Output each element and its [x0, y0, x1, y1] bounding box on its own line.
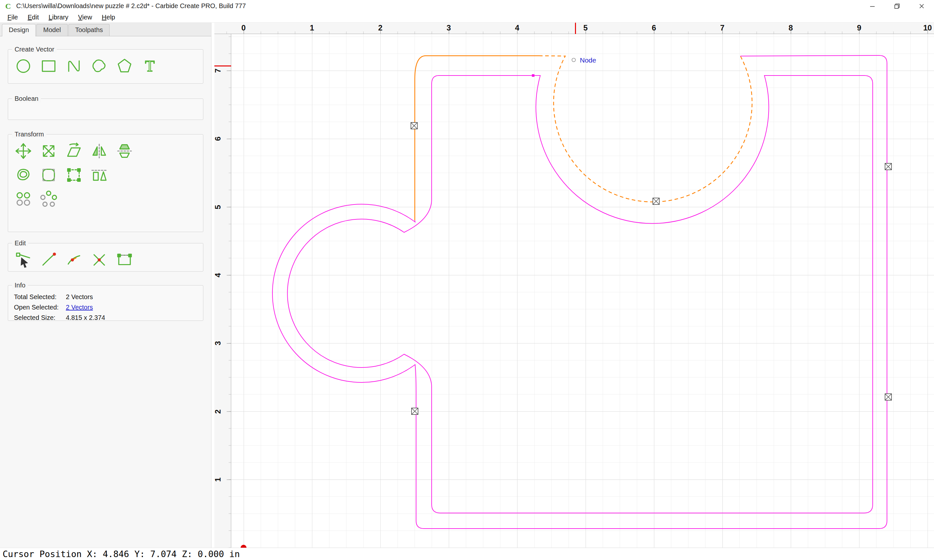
drawing-canvas[interactable]: Node	[231, 34, 934, 548]
close-button[interactable]	[909, 0, 934, 12]
circle-tool[interactable]	[13, 56, 33, 76]
scale-tool[interactable]	[39, 141, 59, 161]
vector-x-marker[interactable]	[885, 394, 891, 400]
close-vector-tool[interactable]	[114, 250, 134, 270]
edit-group: Edit	[8, 243, 203, 272]
spline-icon	[65, 57, 83, 75]
ruler-number: 7	[213, 68, 222, 72]
move-icon	[14, 142, 33, 160]
linear-array-tool[interactable]	[13, 189, 33, 209]
freeform-icon	[90, 57, 109, 75]
fillet-icon	[39, 166, 58, 185]
node-point[interactable]	[572, 58, 576, 62]
vector-x-marker[interactable]	[885, 163, 891, 170]
info-open-selected: Open Selected: 2 Vectors	[14, 304, 197, 311]
fillet-tool[interactable]	[39, 165, 59, 185]
selected-vector-path-dashed[interactable]	[539, 56, 752, 202]
group-title-edit: Edit	[12, 240, 28, 247]
rotate-icon	[65, 142, 83, 160]
menu-library[interactable]: Library	[44, 12, 73, 22]
align-tool[interactable]	[89, 165, 109, 185]
restore-icon	[894, 3, 900, 9]
menu-view[interactable]: View	[73, 12, 97, 22]
offset-tool[interactable]	[13, 165, 33, 185]
text-tool[interactable]: T	[140, 56, 160, 76]
maximize-button[interactable]	[885, 0, 909, 12]
rectangle-icon	[39, 57, 58, 75]
menu-edit[interactable]: Edit	[23, 12, 43, 22]
menu-file[interactable]: File	[3, 12, 23, 22]
ruler-number: 1	[213, 477, 222, 482]
tab-design[interactable]: Design	[2, 24, 35, 36]
mirror-tool[interactable]	[89, 141, 109, 161]
close-icon	[919, 3, 925, 9]
node-label: Node	[580, 56, 596, 64]
mirror-icon	[90, 142, 109, 160]
group-title-transform: Transform	[12, 131, 46, 138]
vector-x-marker[interactable]	[412, 408, 418, 414]
open-vectors-link[interactable]: 2 Vectors	[66, 304, 93, 311]
spline-tool[interactable]	[64, 56, 84, 76]
rotate-tool[interactable]	[64, 141, 84, 161]
cut-vector-tool[interactable]	[64, 250, 84, 270]
circular-array-icon	[39, 189, 58, 208]
flip-tool[interactable]	[114, 141, 134, 161]
minimize-icon	[869, 3, 875, 9]
tab-bar: Design Model Toolpaths	[0, 23, 211, 36]
freeform-tool[interactable]	[89, 56, 109, 76]
flip-icon	[115, 142, 134, 160]
ruler-number: 4	[213, 273, 222, 277]
ruler-number: 5	[583, 23, 588, 32]
resize-tool[interactable]	[64, 165, 84, 185]
ruler-number: 4	[515, 23, 519, 32]
status-bar: Cursor Position X: 4.846 Y: 7.074 Z: 0.0…	[0, 548, 934, 560]
ruler-horizontal: 012345678910	[214, 23, 934, 34]
info-total-selected-label: Total Selected:	[14, 293, 66, 301]
ruler-number: 7	[720, 23, 724, 32]
origin-marker	[240, 545, 247, 548]
title-bar: C C:\Users\willa\Downloads\new puzzle # …	[0, 0, 934, 12]
merge-vectors-tool[interactable]	[39, 250, 59, 270]
window-title: C:\Users\willa\Downloads\new puzzle # 2.…	[16, 2, 246, 10]
trim-vectors-tool[interactable]	[89, 250, 109, 270]
rectangle-tool[interactable]	[39, 56, 59, 76]
menu-help[interactable]: Help	[97, 12, 120, 22]
ruler-number: 2	[378, 23, 382, 32]
polygon-icon	[115, 57, 134, 75]
canvas-vectors: Node	[231, 34, 934, 548]
svg-text:T: T	[145, 57, 155, 75]
ruler-number: 1	[310, 23, 314, 32]
tab-toolpaths[interactable]: Toolpaths	[68, 24, 110, 36]
ruler-cursor-y	[214, 65, 231, 66]
edit-nodes-icon	[14, 251, 33, 269]
group-title-info: Info	[12, 282, 28, 289]
ruler-number: 3	[447, 23, 451, 32]
selected-vector-path[interactable]	[415, 56, 539, 220]
inner-vector-path[interactable]	[287, 75, 873, 513]
info-group: Info Total Selected: 2 Vectors Open Sele…	[8, 285, 203, 321]
tab-model[interactable]: Model	[36, 24, 68, 36]
resize-icon	[65, 166, 83, 185]
edit-nodes-tool[interactable]	[13, 250, 33, 270]
info-selected-size-value: 4.815 x 2.374	[66, 314, 105, 322]
create-vector-group: Create Vector T	[8, 49, 203, 84]
vector-x-marker[interactable]	[411, 123, 418, 129]
app-window: C C:\Users\willa\Downloads\new puzzle # …	[0, 0, 934, 560]
vector-endpoint-marker[interactable]	[532, 74, 535, 77]
circular-array-tool[interactable]	[39, 189, 59, 209]
group-title-create-vector: Create Vector	[12, 46, 57, 53]
circle-icon	[14, 57, 33, 75]
sidebar: Design Model Toolpaths Create Vector T B…	[0, 23, 211, 548]
offset-icon	[14, 166, 33, 185]
ruler-number: 8	[789, 23, 793, 32]
vector-x-marker[interactable]	[653, 198, 659, 205]
cut-vector-icon	[65, 251, 83, 269]
info-total-selected-value: 2 Vectors	[66, 293, 93, 301]
minimize-button[interactable]	[860, 0, 885, 12]
move-tool[interactable]	[13, 141, 33, 161]
polygon-tool[interactable]	[114, 56, 134, 76]
info-selected-size: Selected Size: 4.815 x 2.374	[14, 314, 197, 322]
ruler-cursor-x	[575, 23, 576, 34]
outer-vector-path[interactable]	[273, 55, 887, 529]
scale-icon	[39, 142, 58, 160]
